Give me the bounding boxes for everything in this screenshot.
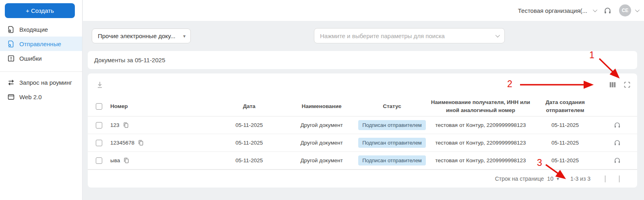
- sidebar-item-label: Web 2.0: [19, 94, 42, 100]
- sidebar-item-label: Отправленные: [19, 41, 61, 47]
- copy-icon[interactable]: [122, 122, 129, 129]
- status-badge: Подписан отправителем: [358, 155, 426, 165]
- row-headphones-icon[interactable]: [613, 157, 621, 164]
- sidebar: + Создать Входящие Отправленные: [0, 0, 83, 200]
- chevron-left-icon: [605, 176, 605, 182]
- topbar: Тестовая организация(... CE: [83, 0, 644, 21]
- roaming-icon: [7, 79, 15, 86]
- header-status: Статус: [356, 103, 428, 109]
- sidebar-item-web20[interactable]: Web 2.0: [0, 90, 82, 104]
- document-outgoing-icon: [7, 40, 15, 48]
- copy-icon[interactable]: [137, 139, 144, 146]
- cell-name: Другой документ: [287, 157, 356, 163]
- sidebar-item-label: Входящие: [19, 26, 48, 33]
- header-created: Дата создания отправителем: [533, 98, 597, 114]
- download-icon[interactable]: [96, 81, 104, 90]
- cell-number: 123: [110, 122, 120, 128]
- sidebar-item-sent[interactable]: Отправленные: [0, 37, 82, 51]
- row-checkbox[interactable]: [96, 140, 102, 146]
- cell-date: 05-11-2025: [211, 140, 287, 146]
- header-date: Дата: [211, 103, 287, 109]
- pagination-range: 1-3 из 3: [570, 176, 590, 182]
- cell-name: Другой документ: [287, 140, 356, 146]
- copy-icon[interactable]: [123, 157, 130, 164]
- table-body: 123 05-11-2025 Другой документ Подписан …: [88, 116, 637, 169]
- rows-per-page-select[interactable]: Строк на странице 10 ▾: [495, 176, 559, 182]
- fullscreen-icon[interactable]: [623, 81, 631, 88]
- create-button[interactable]: + Создать: [5, 3, 75, 18]
- status-badge: Подписан отправителем: [358, 138, 426, 148]
- header-number: Номер: [110, 103, 211, 109]
- table-header-row: Номер Дата Наименование Статус Наименова…: [88, 96, 637, 116]
- app-root: { "sidebar": { "create_button": "+ Созда…: [0, 0, 644, 200]
- sidebar-item-label: Ошибки: [19, 55, 42, 62]
- table-footer: Строк на странице 10 ▾ 1-3 из 3: [88, 169, 637, 188]
- header-name: Наименование: [287, 103, 356, 109]
- row-checkbox[interactable]: [96, 122, 102, 129]
- columns-settings-icon[interactable]: [609, 81, 616, 88]
- document-incoming-icon: [7, 26, 15, 33]
- status-badge: Подписан отправителем: [358, 120, 426, 130]
- sidebar-item-label: Запрос на роуминг: [19, 79, 72, 86]
- prev-page-button[interactable]: [603, 174, 607, 184]
- sidebar-item-incoming[interactable]: Входящие: [0, 22, 82, 37]
- section-card: Документы за 05-11-2025: [88, 51, 637, 69]
- next-page-button[interactable]: [617, 174, 621, 184]
- sidebar-divider: [0, 71, 82, 72]
- documents-table-card: Номер Дата Наименование Статус Наименова…: [88, 73, 637, 188]
- chevron-down-icon: [635, 8, 640, 12]
- row-headphones-icon[interactable]: [613, 121, 621, 129]
- section-title: Документы за 05-11-2025: [94, 57, 165, 63]
- cell-date: 05-11-2025: [211, 122, 287, 128]
- chevron-down-icon: [593, 8, 597, 12]
- select-all-checkbox[interactable]: [96, 103, 102, 110]
- organization-selector[interactable]: Тестовая организация(...: [518, 7, 596, 14]
- sidebar-item-errors[interactable]: Ошибки: [0, 51, 82, 65]
- cell-number: 12345678: [110, 140, 134, 146]
- table-row[interactable]: ыва 05-11-2025 Другой документ Подписан …: [88, 152, 637, 169]
- header-recipient: Наименование получателя, ИНН или иной ан…: [428, 98, 533, 114]
- doc-type-select[interactable]: Прочие электронные доку... ▾: [92, 29, 191, 43]
- row-headphones-icon[interactable]: [613, 139, 621, 147]
- doc-type-value: Прочие электронные доку...: [98, 33, 175, 39]
- user-menu[interactable]: CE: [619, 4, 638, 16]
- chevron-down-icon: [495, 33, 500, 37]
- search-input[interactable]: [320, 33, 492, 39]
- search-box: [314, 28, 505, 43]
- browser-window-icon: [7, 93, 15, 101]
- caret-down-icon: ▾: [183, 33, 186, 39]
- cell-date: 05-11-2025: [211, 157, 287, 163]
- cell-created: 05-11-2025: [533, 157, 597, 165]
- organization-name: Тестовая организация(...: [518, 7, 587, 14]
- cell-recipient: тестовая от Контур, 2209999998123: [428, 139, 533, 147]
- cell-created: 05-11-2025: [533, 139, 597, 147]
- cell-number: ыва: [110, 157, 120, 163]
- cell-recipient: тестовая от Контур, 2209999998123: [428, 157, 533, 165]
- avatar: CE: [619, 4, 631, 16]
- cell-recipient: тестовая от Контур, 2209999998123: [428, 121, 533, 129]
- table-row[interactable]: 12345678 05-11-2025 Другой документ Подп…: [88, 134, 637, 152]
- cell-created: 05-11-2025: [533, 121, 597, 129]
- rows-per-page-value: 10: [547, 176, 553, 182]
- error-icon: [7, 55, 15, 62]
- table-row[interactable]: 123 05-11-2025 Другой документ Подписан …: [88, 116, 637, 134]
- row-checkbox[interactable]: [96, 157, 102, 164]
- chevron-right-icon: [619, 176, 619, 182]
- caret-down-icon: ▾: [557, 176, 559, 182]
- cell-name: Другой документ: [287, 122, 356, 128]
- sidebar-nav: Входящие Отправленные Ошибки Запрос на р…: [0, 22, 82, 104]
- sidebar-item-roaming[interactable]: Запрос на роуминг: [0, 75, 82, 90]
- support-headphones-icon[interactable]: [603, 6, 612, 15]
- rows-per-page-label: Строк на странице: [495, 176, 544, 182]
